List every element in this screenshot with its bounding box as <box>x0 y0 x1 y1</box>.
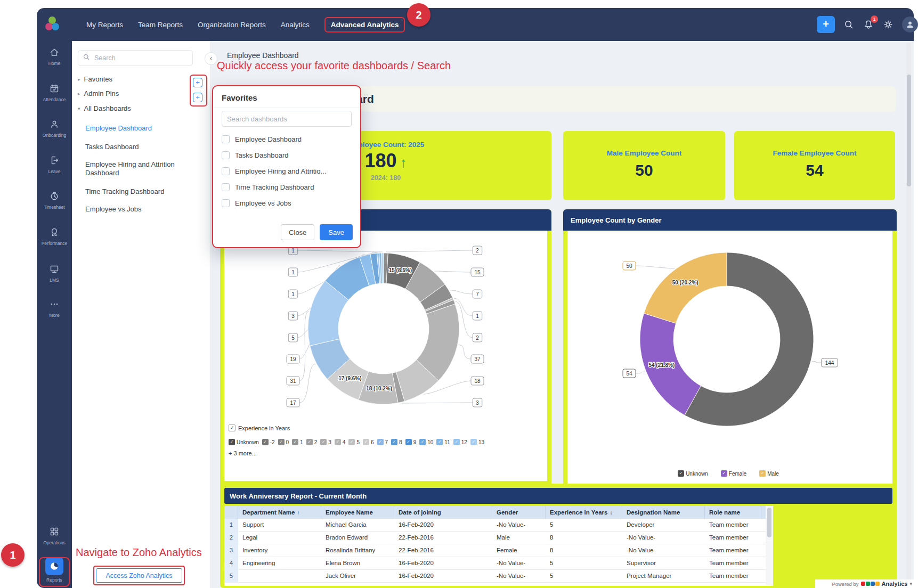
collapse-panel-button[interactable]: ‹ <box>205 52 217 65</box>
table-row[interactable]: 4EngineeringElena Brown16-Feb-2020-No Va… <box>224 557 773 570</box>
legend-item-12[interactable]: ✓12 <box>453 439 467 445</box>
kpi-card-male-count: Male Employee Count 50 <box>563 131 725 200</box>
checkbox-unchecked-icon[interactable] <box>222 199 230 207</box>
legend-item-1[interactable]: ✓1 <box>292 439 303 445</box>
checkbox-unchecked-icon[interactable] <box>222 151 230 159</box>
table-scrollbar[interactable] <box>766 506 773 586</box>
rail-item-more[interactable]: More <box>37 298 72 318</box>
legend-more-link[interactable]: + 3 more... <box>229 450 257 456</box>
cell-date-of-joining: 16-Feb-2020 <box>394 557 492 569</box>
chevron-down-icon[interactable]: ▾ <box>909 581 912 586</box>
add-favorite-button[interactable]: + <box>193 78 202 87</box>
rail-item-home[interactable]: Home <box>37 46 72 66</box>
tab-team-reports[interactable]: Team Reports <box>138 21 183 29</box>
rail-item-reports[interactable]: Reports <box>37 557 72 583</box>
favorite-option-time-tracking-dashboard[interactable]: Time Tracking Dashboard <box>222 183 352 191</box>
tree-search-input[interactable] <box>93 54 188 62</box>
tree-group-all-dashboards[interactable]: ▾All Dashboards <box>78 104 131 112</box>
legend-item-2[interactable]: ✓-2 <box>262 439 275 445</box>
cell-role-name: Team member <box>705 570 761 582</box>
tree-group-admin-pins[interactable]: ▸Admin Pins <box>78 89 119 97</box>
rail-item-leave[interactable]: Leave <box>37 154 72 174</box>
close-button[interactable]: Close <box>281 224 314 240</box>
rail-item-onboarding[interactable]: Onboarding <box>37 118 72 138</box>
cell-designation-name: -No Value- <box>622 544 705 557</box>
table-row[interactable]: 5Jack Oliver16-Feb-2020-No Value-5Projec… <box>224 570 773 583</box>
tab-analytics[interactable]: Analytics <box>281 21 310 29</box>
dashboard-item-tasks-dashboard[interactable]: Tasks Dashboard <box>85 143 190 151</box>
add-admin-pin-button[interactable]: + <box>193 93 202 102</box>
rail-item-operations[interactable]: Operations <box>37 525 72 545</box>
callout-label: 3 <box>291 313 295 319</box>
legend-item-13[interactable]: ✓13 <box>470 439 484 445</box>
column-header-role-name[interactable]: Role name <box>705 506 761 519</box>
legend-master-checkbox[interactable]: ✓ Experience in Years <box>229 424 290 431</box>
legend-item-10[interactable]: ✓10 <box>419 439 433 445</box>
favorite-option-label: Employee Dashboard <box>235 135 302 143</box>
rail-item-attendance[interactable]: Attendance <box>37 82 72 102</box>
tree-group-favorites[interactable]: ▸Favorites <box>78 75 112 83</box>
legend-item-3[interactable]: ✓3 <box>320 439 331 445</box>
performance-icon <box>37 226 72 239</box>
column-header-date-of-joining[interactable]: Date of joining <box>394 506 492 519</box>
donut-slice-male[interactable] <box>644 252 727 323</box>
legend-item-5[interactable]: ✓5 <box>348 439 360 445</box>
legend-item-female[interactable]: ✓Female <box>721 470 746 477</box>
rail-item-performance[interactable]: Performance <box>37 226 72 246</box>
dashboard-item-employee-dashboard[interactable]: Employee Dashboard <box>85 124 190 133</box>
legend-item-4[interactable]: ✓4 <box>335 439 346 445</box>
checkbox-checked-icon: ✓ <box>278 439 285 445</box>
scrollbar-thumb[interactable] <box>907 75 911 186</box>
scrollbar-thumb[interactable] <box>767 508 771 537</box>
dialog-title: Favorites <box>222 93 352 102</box>
legend-item-11[interactable]: ✓11 <box>436 439 450 445</box>
legend-item-2[interactable]: ✓2 <box>306 439 318 445</box>
callout-leader <box>299 364 315 403</box>
legend-label: 7 <box>385 439 388 445</box>
column-header-department-name[interactable]: Department Name↑ <box>238 506 321 519</box>
legend-item-6[interactable]: ✓6 <box>363 439 374 445</box>
column-header-gender[interactable]: Gender <box>492 506 546 519</box>
access-zoho-analytics-button[interactable]: Access Zoho Analytics <box>96 568 182 583</box>
table-row[interactable]: 3InventoryRosalinda Brittany22-Feb-2016F… <box>224 544 773 557</box>
favorite-option-employee-hiring-and-attritio[interactable]: Employee Hiring and Attritio... <box>222 167 352 175</box>
notifications-bell-icon[interactable]: 1 <box>863 19 874 30</box>
tab-organization-reports[interactable]: Organization Reports <box>198 21 266 29</box>
checkbox-unchecked-icon[interactable] <box>222 135 230 143</box>
powered-by-label: Powered by <box>832 581 858 587</box>
tab-advanced-analytics[interactable]: Advanced Analytics <box>324 17 405 32</box>
dashboard-item-time-tracking-dashboard[interactable]: Time Tracking Dashboard <box>85 187 190 196</box>
favorite-option-employee-vs-jobs[interactable]: Employee vs Jobs <box>222 199 352 207</box>
favorite-option-employee-dashboard[interactable]: Employee Dashboard <box>222 135 352 143</box>
legend-item-unknown[interactable]: ✓Unknown <box>229 439 259 445</box>
column-header-designation-name[interactable]: Designation Name <box>622 506 705 519</box>
legend-item-9[interactable]: ✓9 <box>405 439 417 445</box>
save-button[interactable]: Save <box>320 224 353 240</box>
onboarding-icon <box>37 118 72 130</box>
checkbox-unchecked-icon[interactable] <box>222 183 230 191</box>
legend-item-unknown[interactable]: ✓Unknown <box>678 470 708 477</box>
legend-item-8[interactable]: ✓8 <box>391 439 402 445</box>
main-scrollbar[interactable] <box>906 43 911 586</box>
checkbox-unchecked-icon[interactable] <box>222 167 230 175</box>
column-header-employee-name[interactable]: Employee Name <box>321 506 394 519</box>
create-button[interactable]: + <box>817 16 835 33</box>
dashboard-search-input[interactable] <box>222 111 352 127</box>
dashboard-item-employee-vs-jobs[interactable]: Employee vs Jobs <box>85 205 190 214</box>
table-row[interactable]: 1SupportMichael Garcia16-Feb-2020-No Val… <box>224 519 773 532</box>
rail-item-lms[interactable]: LMS <box>37 263 72 283</box>
table-row[interactable]: 2LegalBradon Edward22-Feb-2016Male8-No V… <box>224 532 773 544</box>
rail-item-timesheet[interactable]: Timesheet <box>37 190 72 210</box>
tree-search-box[interactable] <box>78 50 193 66</box>
user-avatar[interactable] <box>902 17 918 32</box>
settings-gear-icon[interactable] <box>882 19 894 30</box>
dashboard-item-employee-hiring-and-attrition-dashboard[interactable]: Employee Hiring and Attrition Dashboard <box>85 160 190 177</box>
rail-item-label: Reports <box>37 577 72 583</box>
legend-item-7[interactable]: ✓7 <box>377 439 388 445</box>
favorite-option-tasks-dashboard[interactable]: Tasks Dashboard <box>222 151 352 159</box>
legend-item-0[interactable]: ✓0 <box>278 439 289 445</box>
search-icon[interactable] <box>843 19 855 30</box>
tab-my-reports[interactable]: My Reports <box>86 21 123 29</box>
legend-item-male[interactable]: ✓Male <box>759 470 779 477</box>
column-header-experience-in-years[interactable]: Experience in Years↓ <box>546 506 622 519</box>
